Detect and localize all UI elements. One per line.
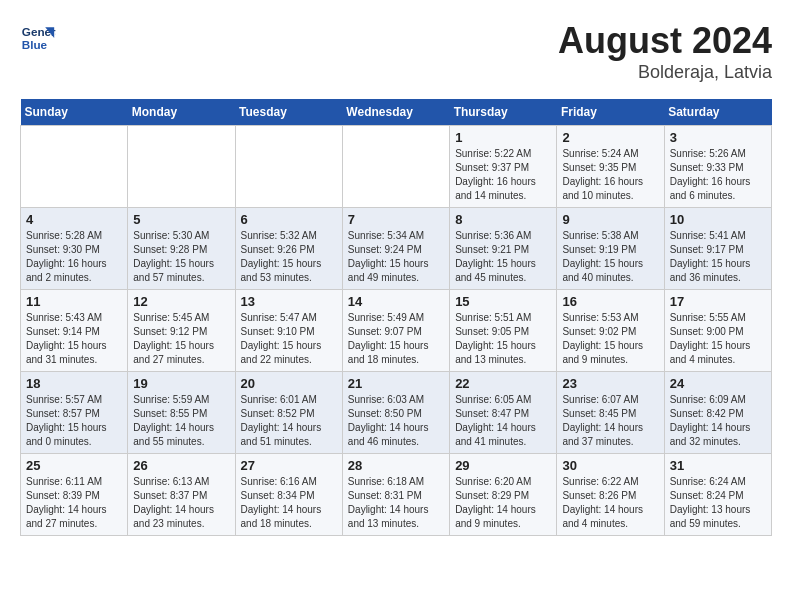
day-info: Sunrise: 5:22 AMSunset: 9:37 PMDaylight:… bbox=[455, 147, 551, 203]
day-info: Sunrise: 5:41 AMSunset: 9:17 PMDaylight:… bbox=[670, 229, 766, 285]
calendar-cell: 14Sunrise: 5:49 AMSunset: 9:07 PMDayligh… bbox=[342, 290, 449, 372]
day-info: Sunrise: 5:24 AMSunset: 9:35 PMDaylight:… bbox=[562, 147, 658, 203]
day-number: 26 bbox=[133, 458, 229, 473]
week-row-3: 11Sunrise: 5:43 AMSunset: 9:14 PMDayligh… bbox=[21, 290, 772, 372]
day-info: Sunrise: 6:09 AMSunset: 8:42 PMDaylight:… bbox=[670, 393, 766, 449]
calendar-cell: 8Sunrise: 5:36 AMSunset: 9:21 PMDaylight… bbox=[450, 208, 557, 290]
day-number: 5 bbox=[133, 212, 229, 227]
day-number: 4 bbox=[26, 212, 122, 227]
day-info: Sunrise: 6:20 AMSunset: 8:29 PMDaylight:… bbox=[455, 475, 551, 531]
calendar-cell: 25Sunrise: 6:11 AMSunset: 8:39 PMDayligh… bbox=[21, 454, 128, 536]
day-number: 7 bbox=[348, 212, 444, 227]
calendar-cell: 9Sunrise: 5:38 AMSunset: 9:19 PMDaylight… bbox=[557, 208, 664, 290]
day-number: 31 bbox=[670, 458, 766, 473]
location-title: Bolderaja, Latvia bbox=[558, 62, 772, 83]
logo-icon: General Blue bbox=[20, 20, 56, 56]
weekday-header-wednesday: Wednesday bbox=[342, 99, 449, 126]
calendar-cell: 7Sunrise: 5:34 AMSunset: 9:24 PMDaylight… bbox=[342, 208, 449, 290]
calendar-cell: 28Sunrise: 6:18 AMSunset: 8:31 PMDayligh… bbox=[342, 454, 449, 536]
day-number: 24 bbox=[670, 376, 766, 391]
day-number: 30 bbox=[562, 458, 658, 473]
calendar-table: SundayMondayTuesdayWednesdayThursdayFrid… bbox=[20, 99, 772, 536]
day-info: Sunrise: 5:26 AMSunset: 9:33 PMDaylight:… bbox=[670, 147, 766, 203]
calendar-cell: 24Sunrise: 6:09 AMSunset: 8:42 PMDayligh… bbox=[664, 372, 771, 454]
day-info: Sunrise: 6:13 AMSunset: 8:37 PMDaylight:… bbox=[133, 475, 229, 531]
day-number: 20 bbox=[241, 376, 337, 391]
calendar-cell: 3Sunrise: 5:26 AMSunset: 9:33 PMDaylight… bbox=[664, 126, 771, 208]
day-number: 14 bbox=[348, 294, 444, 309]
calendar-cell: 13Sunrise: 5:47 AMSunset: 9:10 PMDayligh… bbox=[235, 290, 342, 372]
day-number: 23 bbox=[562, 376, 658, 391]
day-info: Sunrise: 5:59 AMSunset: 8:55 PMDaylight:… bbox=[133, 393, 229, 449]
svg-text:Blue: Blue bbox=[22, 38, 48, 51]
day-info: Sunrise: 5:45 AMSunset: 9:12 PMDaylight:… bbox=[133, 311, 229, 367]
logo: General Blue bbox=[20, 20, 56, 56]
calendar-cell: 31Sunrise: 6:24 AMSunset: 8:24 PMDayligh… bbox=[664, 454, 771, 536]
page-header: General Blue August 2024 Bolderaja, Latv… bbox=[20, 20, 772, 83]
day-info: Sunrise: 5:32 AMSunset: 9:26 PMDaylight:… bbox=[241, 229, 337, 285]
weekday-header-saturday: Saturday bbox=[664, 99, 771, 126]
day-info: Sunrise: 5:49 AMSunset: 9:07 PMDaylight:… bbox=[348, 311, 444, 367]
weekday-header-monday: Monday bbox=[128, 99, 235, 126]
day-number: 22 bbox=[455, 376, 551, 391]
day-number: 16 bbox=[562, 294, 658, 309]
calendar-cell bbox=[128, 126, 235, 208]
calendar-cell: 29Sunrise: 6:20 AMSunset: 8:29 PMDayligh… bbox=[450, 454, 557, 536]
weekday-header-friday: Friday bbox=[557, 99, 664, 126]
week-row-2: 4Sunrise: 5:28 AMSunset: 9:30 PMDaylight… bbox=[21, 208, 772, 290]
week-row-4: 18Sunrise: 5:57 AMSunset: 8:57 PMDayligh… bbox=[21, 372, 772, 454]
day-number: 8 bbox=[455, 212, 551, 227]
day-number: 21 bbox=[348, 376, 444, 391]
weekday-header-thursday: Thursday bbox=[450, 99, 557, 126]
calendar-cell bbox=[235, 126, 342, 208]
calendar-cell: 10Sunrise: 5:41 AMSunset: 9:17 PMDayligh… bbox=[664, 208, 771, 290]
day-info: Sunrise: 6:01 AMSunset: 8:52 PMDaylight:… bbox=[241, 393, 337, 449]
day-info: Sunrise: 6:24 AMSunset: 8:24 PMDaylight:… bbox=[670, 475, 766, 531]
calendar-cell: 4Sunrise: 5:28 AMSunset: 9:30 PMDaylight… bbox=[21, 208, 128, 290]
week-row-1: 1Sunrise: 5:22 AMSunset: 9:37 PMDaylight… bbox=[21, 126, 772, 208]
day-number: 29 bbox=[455, 458, 551, 473]
day-number: 15 bbox=[455, 294, 551, 309]
day-number: 28 bbox=[348, 458, 444, 473]
day-number: 2 bbox=[562, 130, 658, 145]
day-info: Sunrise: 5:36 AMSunset: 9:21 PMDaylight:… bbox=[455, 229, 551, 285]
calendar-cell: 15Sunrise: 5:51 AMSunset: 9:05 PMDayligh… bbox=[450, 290, 557, 372]
day-info: Sunrise: 5:28 AMSunset: 9:30 PMDaylight:… bbox=[26, 229, 122, 285]
day-info: Sunrise: 5:53 AMSunset: 9:02 PMDaylight:… bbox=[562, 311, 658, 367]
week-row-5: 25Sunrise: 6:11 AMSunset: 8:39 PMDayligh… bbox=[21, 454, 772, 536]
day-number: 27 bbox=[241, 458, 337, 473]
calendar-cell: 21Sunrise: 6:03 AMSunset: 8:50 PMDayligh… bbox=[342, 372, 449, 454]
day-number: 25 bbox=[26, 458, 122, 473]
day-info: Sunrise: 5:57 AMSunset: 8:57 PMDaylight:… bbox=[26, 393, 122, 449]
day-info: Sunrise: 6:16 AMSunset: 8:34 PMDaylight:… bbox=[241, 475, 337, 531]
calendar-cell: 16Sunrise: 5:53 AMSunset: 9:02 PMDayligh… bbox=[557, 290, 664, 372]
calendar-cell: 27Sunrise: 6:16 AMSunset: 8:34 PMDayligh… bbox=[235, 454, 342, 536]
day-number: 18 bbox=[26, 376, 122, 391]
calendar-cell: 17Sunrise: 5:55 AMSunset: 9:00 PMDayligh… bbox=[664, 290, 771, 372]
calendar-cell bbox=[342, 126, 449, 208]
day-info: Sunrise: 6:22 AMSunset: 8:26 PMDaylight:… bbox=[562, 475, 658, 531]
calendar-cell: 26Sunrise: 6:13 AMSunset: 8:37 PMDayligh… bbox=[128, 454, 235, 536]
day-info: Sunrise: 5:47 AMSunset: 9:10 PMDaylight:… bbox=[241, 311, 337, 367]
day-info: Sunrise: 6:07 AMSunset: 8:45 PMDaylight:… bbox=[562, 393, 658, 449]
day-number: 1 bbox=[455, 130, 551, 145]
calendar-cell: 19Sunrise: 5:59 AMSunset: 8:55 PMDayligh… bbox=[128, 372, 235, 454]
day-number: 13 bbox=[241, 294, 337, 309]
day-number: 3 bbox=[670, 130, 766, 145]
calendar-cell: 1Sunrise: 5:22 AMSunset: 9:37 PMDaylight… bbox=[450, 126, 557, 208]
calendar-cell: 20Sunrise: 6:01 AMSunset: 8:52 PMDayligh… bbox=[235, 372, 342, 454]
day-info: Sunrise: 5:51 AMSunset: 9:05 PMDaylight:… bbox=[455, 311, 551, 367]
day-number: 17 bbox=[670, 294, 766, 309]
day-info: Sunrise: 6:05 AMSunset: 8:47 PMDaylight:… bbox=[455, 393, 551, 449]
day-info: Sunrise: 5:34 AMSunset: 9:24 PMDaylight:… bbox=[348, 229, 444, 285]
weekday-header-sunday: Sunday bbox=[21, 99, 128, 126]
calendar-cell: 22Sunrise: 6:05 AMSunset: 8:47 PMDayligh… bbox=[450, 372, 557, 454]
calendar-cell: 30Sunrise: 6:22 AMSunset: 8:26 PMDayligh… bbox=[557, 454, 664, 536]
day-info: Sunrise: 6:03 AMSunset: 8:50 PMDaylight:… bbox=[348, 393, 444, 449]
day-number: 12 bbox=[133, 294, 229, 309]
weekday-header-row: SundayMondayTuesdayWednesdayThursdayFrid… bbox=[21, 99, 772, 126]
calendar-cell: 23Sunrise: 6:07 AMSunset: 8:45 PMDayligh… bbox=[557, 372, 664, 454]
day-info: Sunrise: 6:18 AMSunset: 8:31 PMDaylight:… bbox=[348, 475, 444, 531]
calendar-cell: 18Sunrise: 5:57 AMSunset: 8:57 PMDayligh… bbox=[21, 372, 128, 454]
day-info: Sunrise: 5:55 AMSunset: 9:00 PMDaylight:… bbox=[670, 311, 766, 367]
